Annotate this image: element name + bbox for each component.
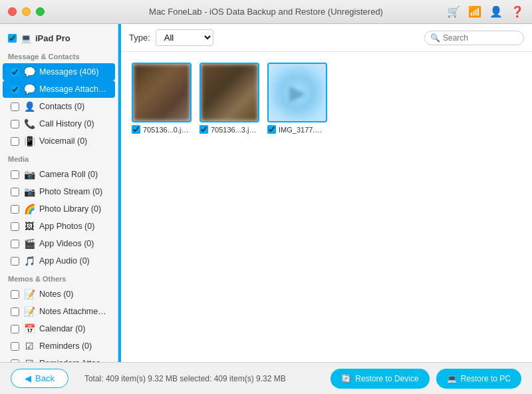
photo-stream-checkbox[interactable] [11, 188, 19, 196]
app-photos-checkbox[interactable] [11, 222, 19, 231]
sidebar-item-call-history[interactable]: 📞 Call History (0) [3, 115, 115, 132]
title-bar: Mac FoneLab - iOS Data Backup and Restor… [0, 0, 532, 24]
device-checkbox[interactable] [8, 34, 17, 43]
section-label-messages: Message & Contacts [0, 47, 118, 63]
content-with-border: Type: All Image Video Audio 🔍 [118, 24, 532, 362]
window-title: Mac FoneLab - iOS Data Backup and Restor… [149, 7, 383, 17]
action-buttons: 🔄 Restore to Device 💻 Restore to PC [331, 369, 521, 389]
maximize-button[interactable] [36, 7, 45, 16]
minimize-button[interactable] [22, 7, 31, 16]
restore-device-icon: 🔄 [341, 374, 351, 383]
account-icon[interactable]: 👤 [489, 5, 503, 18]
device-item[interactable]: 💻 iPad Pro [0, 29, 118, 47]
photo-library-icon: 🌈 [23, 203, 35, 215]
contacts-icon: 👤 [23, 100, 35, 112]
contacts-label: Contacts (0) [39, 102, 110, 111]
camera-roll-checkbox[interactable] [11, 170, 19, 179]
calendar-checkbox[interactable] [11, 325, 19, 333]
sidebar-item-notes-attachments[interactable]: 📝 Notes Attachments (0) [3, 303, 115, 320]
msg-attach-checkbox[interactable] [11, 85, 19, 94]
device-name: iPad Pro [35, 33, 70, 43]
voicemail-checkbox[interactable] [11, 137, 19, 146]
status-bar: ◀ Back Total: 409 item(s) 9.32 MB select… [0, 362, 532, 394]
sidebar-item-photo-library[interactable]: 🌈 Photo Library (0) [3, 200, 115, 218]
app-audio-label: App Audio (0) [39, 256, 110, 266]
photo-library-checkbox[interactable] [11, 205, 19, 214]
app-photos-label: App Photos (0) [39, 222, 110, 231]
notes-checkbox[interactable] [11, 290, 19, 299]
sidebar-item-notes[interactable]: 📝 Notes (0) [3, 286, 115, 303]
type-label: Type: [129, 33, 150, 43]
calendar-icon: 📅 [23, 323, 35, 335]
contacts-checkbox[interactable] [11, 102, 19, 111]
sidebar-item-message-attachments[interactable]: 💬 Message Attachment... [3, 81, 115, 98]
type-select[interactable]: All Image Video Audio [156, 29, 213, 46]
media-checkbox-1[interactable] [132, 125, 140, 134]
sidebar: 💻 iPad Pro Message & Contacts 💬 Messages… [0, 24, 118, 362]
reminders-checkbox[interactable] [11, 342, 19, 351]
app-videos-label: App Videos (0) [39, 239, 110, 248]
sidebar-item-reminders-attachments[interactable]: ☑ Reminders Attachme... [3, 355, 115, 362]
restore-pc-label: Restore to PC [461, 374, 511, 383]
sidebar-item-voicemail[interactable]: 📳 Voicemail (0) [3, 132, 115, 150]
app-audio-icon: 🎵 [23, 255, 35, 267]
reminders-attach-checkbox[interactable] [11, 359, 19, 363]
media-grid: 705136...0.jpeg 705136...3.jpeg [129, 60, 524, 136]
restore-pc-button[interactable]: 💻 Restore to PC [436, 369, 521, 389]
sidebar-item-camera-roll[interactable]: 📷 Camera Roll (0) [3, 166, 115, 183]
window-controls [8, 7, 45, 16]
notes-attach-checkbox[interactable] [11, 307, 19, 316]
search-icon: 🔍 [430, 33, 440, 43]
media-checkbox-2[interactable] [200, 125, 208, 134]
messages-icon: 💬 [23, 66, 35, 78]
search-input[interactable] [443, 33, 518, 43]
reminders-attach-label: Reminders Attachme... [39, 359, 110, 362]
reminders-icon: ☑ [23, 340, 35, 352]
back-button[interactable]: ◀ Back [11, 369, 68, 388]
cart-icon[interactable]: 🛒 [447, 5, 460, 18]
section-label-media: Media [0, 150, 118, 166]
sidebar-item-messages[interactable]: 💬 Messages (406) [3, 63, 115, 81]
app-container: 💻 iPad Pro Message & Contacts 💬 Messages… [0, 24, 532, 362]
content-toolbar: Type: All Image Video Audio 🔍 [121, 24, 532, 52]
list-item[interactable]: ▶ IMG_3177.mov [267, 63, 327, 134]
photo-stream-icon: 📷 [23, 186, 35, 198]
sidebar-item-calendar[interactable]: 📅 Calendar (0) [3, 320, 115, 337]
list-item[interactable]: 705136...0.jpeg [132, 63, 192, 134]
app-photos-icon: 🖼 [23, 220, 35, 232]
sidebar-item-reminders[interactable]: ☑ Reminders (0) [3, 337, 115, 355]
content-area: Type: All Image Video Audio 🔍 [121, 24, 532, 362]
sidebar-item-app-audio[interactable]: 🎵 App Audio (0) [3, 252, 115, 270]
app-audio-checkbox[interactable] [11, 257, 19, 266]
restore-device-label: Restore to Device [355, 374, 418, 383]
sidebar-item-photo-stream[interactable]: 📷 Photo Stream (0) [3, 183, 115, 200]
call-history-icon: 📞 [23, 118, 35, 130]
media-label-2: 705136...3.jpeg [200, 125, 259, 134]
call-history-checkbox[interactable] [11, 120, 19, 128]
reminders-attach-icon: ☑ [23, 357, 35, 362]
sidebar-item-app-photos[interactable]: 🖼 App Photos (0) [3, 218, 115, 235]
notes-icon: 📝 [23, 288, 35, 300]
media-thumbnail-3[interactable]: ▶ [267, 63, 327, 122]
restore-device-button[interactable]: 🔄 Restore to Device [331, 369, 429, 389]
media-label-3: IMG_3177.mov [267, 125, 327, 134]
msg-attach-icon: 💬 [23, 83, 35, 95]
media-checkbox-3[interactable] [267, 125, 276, 134]
status-text: Total: 409 item(s) 9.32 MB selected: 409… [84, 374, 286, 383]
app-videos-checkbox[interactable] [11, 240, 19, 248]
call-history-label: Call History (0) [39, 119, 110, 128]
media-thumbnail-1[interactable] [132, 63, 192, 122]
info-icon[interactable]: ❓ [511, 5, 524, 18]
close-button[interactable] [8, 7, 17, 16]
notes-label: Notes (0) [39, 290, 110, 299]
voicemail-label: Voicemail (0) [39, 136, 110, 146]
title-bar-actions: 🛒 📶 👤 ❓ [447, 5, 524, 18]
list-item[interactable]: 705136...3.jpeg [200, 63, 259, 134]
media-filename-2: 705136...3.jpeg [211, 126, 259, 134]
messages-checkbox[interactable] [11, 68, 19, 77]
sidebar-item-contacts[interactable]: 👤 Contacts (0) [3, 98, 115, 115]
sidebar-item-app-videos[interactable]: 🎬 App Videos (0) [3, 235, 115, 252]
notes-attach-icon: 📝 [23, 305, 35, 317]
back-arrow-icon: ◀ [25, 373, 31, 383]
media-thumbnail-2[interactable] [200, 63, 259, 122]
